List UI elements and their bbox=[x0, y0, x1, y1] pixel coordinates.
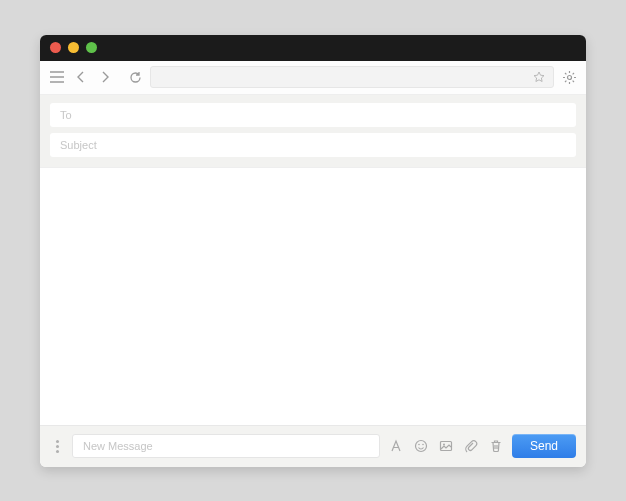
toolbar bbox=[40, 61, 586, 95]
forward-icon[interactable] bbox=[96, 68, 114, 86]
compose-body[interactable] bbox=[40, 168, 586, 425]
new-message-input[interactable] bbox=[83, 440, 369, 452]
footer-toolbar bbox=[388, 438, 504, 454]
emoji-icon[interactable] bbox=[413, 438, 429, 454]
maximize-button[interactable] bbox=[86, 42, 97, 53]
svg-point-0 bbox=[567, 75, 571, 79]
bookmark-icon[interactable] bbox=[533, 71, 545, 83]
compose-header bbox=[40, 95, 586, 168]
svg-point-3 bbox=[422, 444, 424, 446]
to-field[interactable] bbox=[50, 103, 576, 127]
delete-icon[interactable] bbox=[488, 438, 504, 454]
image-icon[interactable] bbox=[438, 438, 454, 454]
body-textarea[interactable] bbox=[40, 168, 586, 425]
svg-point-1 bbox=[415, 441, 426, 452]
footer: Send bbox=[40, 425, 586, 467]
send-button[interactable]: Send bbox=[512, 434, 576, 458]
app-window: Send bbox=[40, 35, 586, 467]
back-icon[interactable] bbox=[72, 68, 90, 86]
menu-icon[interactable] bbox=[48, 68, 66, 86]
subject-field[interactable] bbox=[50, 133, 576, 157]
subject-input[interactable] bbox=[60, 139, 566, 151]
minimize-button[interactable] bbox=[68, 42, 79, 53]
address-bar[interactable] bbox=[150, 66, 554, 88]
settings-icon[interactable] bbox=[560, 68, 578, 86]
text-format-icon[interactable] bbox=[388, 438, 404, 454]
to-input[interactable] bbox=[60, 109, 566, 121]
window-controls bbox=[50, 42, 97, 53]
attach-icon[interactable] bbox=[463, 438, 479, 454]
svg-point-2 bbox=[418, 444, 420, 446]
more-icon[interactable] bbox=[50, 440, 64, 453]
close-button[interactable] bbox=[50, 42, 61, 53]
new-message-field[interactable] bbox=[72, 434, 380, 458]
reload-icon[interactable] bbox=[126, 68, 144, 86]
titlebar bbox=[40, 35, 586, 61]
